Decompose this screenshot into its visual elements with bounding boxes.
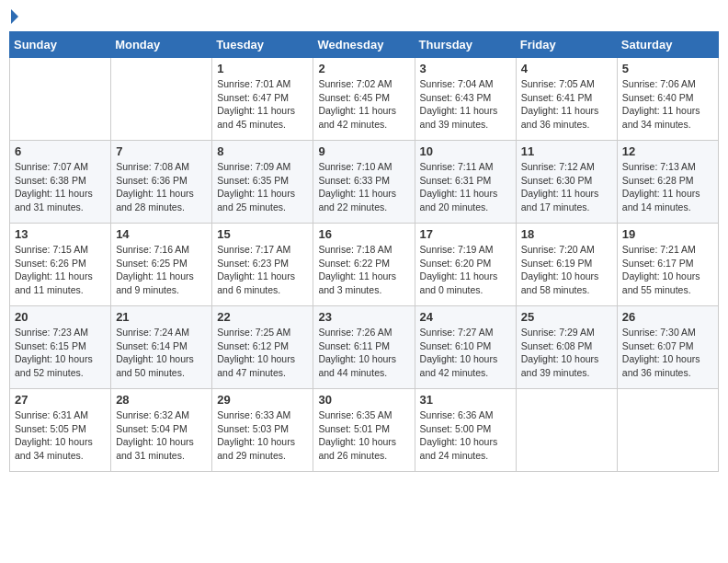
day-number: 30: [318, 393, 409, 407]
day-number: 5: [622, 62, 713, 75]
calendar-cell: 6Sunrise: 7:07 AM Sunset: 6:38 PM Daylig…: [10, 141, 111, 224]
day-header-friday: Friday: [516, 32, 617, 58]
page-header: [9, 9, 719, 24]
calendar-cell: 20Sunrise: 7:23 AM Sunset: 6:15 PM Dayli…: [10, 306, 111, 389]
day-number: 7: [116, 144, 207, 158]
cell-info: Sunrise: 7:30 AM Sunset: 6:07 PM Dayligh…: [622, 326, 713, 380]
day-number: 24: [420, 310, 511, 324]
day-number: 6: [15, 144, 106, 158]
logo-arrow-icon: [11, 9, 18, 24]
calendar-cell: 18Sunrise: 7:20 AM Sunset: 6:19 PM Dayli…: [516, 224, 617, 306]
day-number: 17: [420, 227, 511, 241]
calendar-cell: 2Sunrise: 7:02 AM Sunset: 6:45 PM Daylig…: [313, 58, 415, 141]
cell-info: Sunrise: 7:15 AM Sunset: 6:26 PM Dayligh…: [15, 243, 106, 297]
cell-info: Sunrise: 7:24 AM Sunset: 6:14 PM Dayligh…: [116, 326, 207, 380]
day-number: 18: [521, 227, 612, 241]
day-number: 3: [420, 62, 511, 75]
logo-text: [9, 9, 18, 24]
cell-info: Sunrise: 7:29 AM Sunset: 6:08 PM Dayligh…: [521, 326, 612, 380]
day-number: 12: [622, 144, 713, 158]
calendar-cell: 8Sunrise: 7:09 AM Sunset: 6:35 PM Daylig…: [212, 141, 313, 224]
calendar-cell: 9Sunrise: 7:10 AM Sunset: 6:33 PM Daylig…: [313, 141, 415, 224]
day-header-monday: Monday: [111, 32, 212, 58]
calendar-table: SundayMondayTuesdayWednesdayThursdayFrid…: [9, 31, 719, 472]
calendar-cell: 21Sunrise: 7:24 AM Sunset: 6:14 PM Dayli…: [111, 306, 212, 389]
calendar-cell: 15Sunrise: 7:17 AM Sunset: 6:23 PM Dayli…: [212, 224, 313, 306]
day-number: 25: [521, 310, 612, 324]
calendar-cell: 16Sunrise: 7:18 AM Sunset: 6:22 PM Dayli…: [313, 224, 415, 306]
cell-info: Sunrise: 7:21 AM Sunset: 6:17 PM Dayligh…: [622, 243, 713, 297]
day-header-saturday: Saturday: [617, 32, 718, 58]
calendar-cell: 30Sunrise: 6:35 AM Sunset: 5:01 PM Dayli…: [313, 389, 415, 472]
cell-info: Sunrise: 7:27 AM Sunset: 6:10 PM Dayligh…: [420, 326, 511, 380]
calendar-cell: 17Sunrise: 7:19 AM Sunset: 6:20 PM Dayli…: [415, 224, 516, 306]
cell-info: Sunrise: 7:04 AM Sunset: 6:43 PM Dayligh…: [420, 77, 511, 132]
day-number: 27: [15, 393, 106, 407]
day-number: 28: [116, 393, 207, 407]
day-header-thursday: Thursday: [415, 32, 516, 58]
calendar-cell: 4Sunrise: 7:05 AM Sunset: 6:41 PM Daylig…: [516, 58, 617, 141]
calendar-cell: 14Sunrise: 7:16 AM Sunset: 6:25 PM Dayli…: [111, 224, 212, 306]
cell-info: Sunrise: 7:23 AM Sunset: 6:15 PM Dayligh…: [15, 326, 106, 380]
cell-info: Sunrise: 6:33 AM Sunset: 5:03 PM Dayligh…: [217, 408, 308, 463]
cell-info: Sunrise: 7:06 AM Sunset: 6:40 PM Dayligh…: [622, 77, 713, 132]
calendar-week-2: 6Sunrise: 7:07 AM Sunset: 6:38 PM Daylig…: [10, 141, 719, 224]
cell-info: Sunrise: 7:16 AM Sunset: 6:25 PM Dayligh…: [116, 243, 207, 297]
calendar-cell: 10Sunrise: 7:11 AM Sunset: 6:31 PM Dayli…: [415, 141, 516, 224]
day-number: 13: [15, 227, 106, 241]
day-number: 16: [318, 227, 409, 241]
calendar-cell: 13Sunrise: 7:15 AM Sunset: 6:26 PM Dayli…: [10, 224, 111, 306]
calendar-cell: 12Sunrise: 7:13 AM Sunset: 6:28 PM Dayli…: [617, 141, 718, 224]
day-number: 23: [318, 310, 409, 324]
cell-info: Sunrise: 6:31 AM Sunset: 5:05 PM Dayligh…: [15, 408, 106, 463]
day-number: 8: [217, 144, 308, 158]
calendar-cell: 23Sunrise: 7:26 AM Sunset: 6:11 PM Dayli…: [313, 306, 415, 389]
day-number: 22: [217, 310, 308, 324]
cell-info: Sunrise: 7:10 AM Sunset: 6:33 PM Dayligh…: [318, 160, 409, 214]
cell-info: Sunrise: 6:35 AM Sunset: 5:01 PM Dayligh…: [318, 408, 409, 463]
day-number: 10: [420, 144, 511, 158]
day-number: 9: [318, 144, 409, 158]
day-number: 1: [217, 62, 308, 75]
calendar-week-5: 27Sunrise: 6:31 AM Sunset: 5:05 PM Dayli…: [10, 389, 719, 472]
day-number: 21: [116, 310, 207, 324]
day-number: 15: [217, 227, 308, 241]
calendar-cell: 28Sunrise: 6:32 AM Sunset: 5:04 PM Dayli…: [111, 389, 212, 472]
cell-info: Sunrise: 7:25 AM Sunset: 6:12 PM Dayligh…: [217, 326, 308, 380]
cell-info: Sunrise: 6:32 AM Sunset: 5:04 PM Dayligh…: [116, 408, 207, 463]
cell-info: Sunrise: 7:11 AM Sunset: 6:31 PM Dayligh…: [420, 160, 511, 214]
calendar-week-4: 20Sunrise: 7:23 AM Sunset: 6:15 PM Dayli…: [10, 306, 719, 389]
calendar-cell: 1Sunrise: 7:01 AM Sunset: 6:47 PM Daylig…: [212, 58, 313, 141]
calendar-cell: 24Sunrise: 7:27 AM Sunset: 6:10 PM Dayli…: [415, 306, 516, 389]
calendar-cell: 22Sunrise: 7:25 AM Sunset: 6:12 PM Dayli…: [212, 306, 313, 389]
calendar-cell: 19Sunrise: 7:21 AM Sunset: 6:17 PM Dayli…: [617, 224, 718, 306]
cell-info: Sunrise: 7:18 AM Sunset: 6:22 PM Dayligh…: [318, 243, 409, 297]
cell-info: Sunrise: 7:08 AM Sunset: 6:36 PM Dayligh…: [116, 160, 207, 214]
day-number: 2: [318, 62, 409, 75]
calendar-week-1: 1Sunrise: 7:01 AM Sunset: 6:47 PM Daylig…: [10, 58, 719, 141]
calendar-week-3: 13Sunrise: 7:15 AM Sunset: 6:26 PM Dayli…: [10, 224, 719, 306]
cell-info: Sunrise: 7:05 AM Sunset: 6:41 PM Dayligh…: [521, 77, 612, 132]
cell-info: Sunrise: 7:09 AM Sunset: 6:35 PM Dayligh…: [217, 160, 308, 214]
cell-info: Sunrise: 7:20 AM Sunset: 6:19 PM Dayligh…: [521, 243, 612, 297]
calendar-cell: 27Sunrise: 6:31 AM Sunset: 5:05 PM Dayli…: [10, 389, 111, 472]
cell-info: Sunrise: 7:17 AM Sunset: 6:23 PM Dayligh…: [217, 243, 308, 297]
day-number: 29: [217, 393, 308, 407]
calendar-cell: 25Sunrise: 7:29 AM Sunset: 6:08 PM Dayli…: [516, 306, 617, 389]
calendar-cell: 11Sunrise: 7:12 AM Sunset: 6:30 PM Dayli…: [516, 141, 617, 224]
day-number: 31: [420, 393, 511, 407]
calendar-cell: [617, 389, 718, 472]
day-number: 20: [15, 310, 106, 324]
cell-info: Sunrise: 6:36 AM Sunset: 5:00 PM Dayligh…: [420, 408, 511, 463]
cell-info: Sunrise: 7:26 AM Sunset: 6:11 PM Dayligh…: [318, 326, 409, 380]
calendar-cell: 3Sunrise: 7:04 AM Sunset: 6:43 PM Daylig…: [415, 58, 516, 141]
calendar-cell: 31Sunrise: 6:36 AM Sunset: 5:00 PM Dayli…: [415, 389, 516, 472]
day-header-tuesday: Tuesday: [212, 32, 313, 58]
cell-info: Sunrise: 7:01 AM Sunset: 6:47 PM Dayligh…: [217, 77, 308, 132]
calendar-cell: 29Sunrise: 6:33 AM Sunset: 5:03 PM Dayli…: [212, 389, 313, 472]
day-number: 11: [521, 144, 612, 158]
calendar-header-row: SundayMondayTuesdayWednesdayThursdayFrid…: [10, 32, 719, 58]
calendar-cell: [111, 58, 212, 141]
logo: [9, 9, 18, 24]
calendar-cell: 26Sunrise: 7:30 AM Sunset: 6:07 PM Dayli…: [617, 306, 718, 389]
